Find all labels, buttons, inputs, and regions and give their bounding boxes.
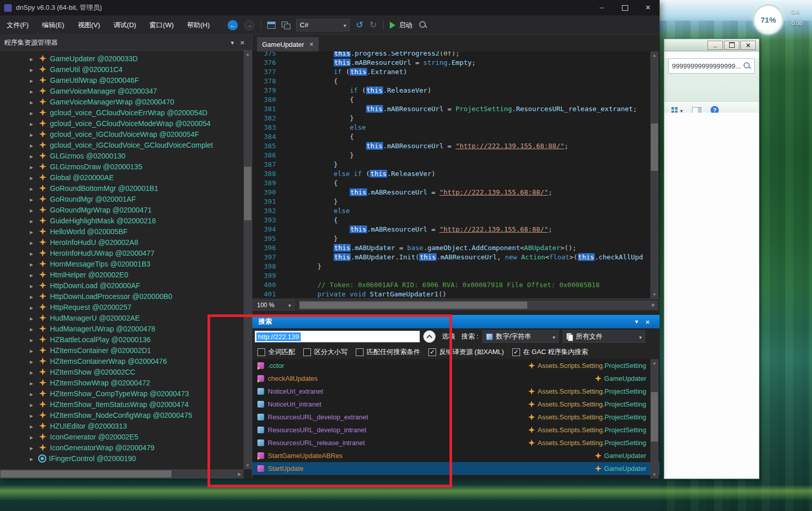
tree-item[interactable]: GameVoiceManager @02000347 [0, 85, 244, 96]
tree-item[interactable]: gcloud_voice_IGCloudVoiceWrap @0200054F [0, 129, 244, 139]
checkbox-checked-icon[interactable] [428, 348, 436, 356]
panel-close-icon[interactable] [642, 318, 653, 326]
code-line[interactable]: 384{ [252, 132, 650, 142]
tree-item[interactable]: GameUpdater @0200033D [0, 53, 244, 64]
search-result-row[interactable]: .cctorAssets.Scripts.Setting.ProjectSett… [252, 359, 660, 372]
code-line[interactable]: 396this.mABUpdater = base.gameObject.Add… [252, 243, 650, 253]
expander-icon[interactable] [30, 249, 36, 257]
tree-item[interactable]: HttpDownLoad @020000AF [0, 280, 244, 291]
expander-icon[interactable] [30, 271, 36, 278]
checkbox-icon[interactable] [303, 348, 311, 356]
expander-icon[interactable] [30, 217, 36, 224]
checkbox-icon[interactable] [257, 348, 265, 356]
menu-item-1[interactable]: 编辑(E) [36, 15, 71, 34]
maximize-icon[interactable] [613, 0, 636, 15]
expander-icon[interactable] [30, 433, 36, 440]
expander-icon[interactable] [30, 76, 36, 84]
tree-item[interactable]: HttpRequest @02000257 [0, 302, 244, 312]
code-line[interactable]: 392else [252, 206, 650, 216]
expander-icon[interactable] [30, 260, 36, 268]
tab-gameupdater[interactable]: GameUpdater [257, 37, 319, 51]
code-line[interactable]: 378{ [252, 77, 650, 86]
code-line[interactable]: 382} [252, 114, 650, 123]
code-line[interactable]: 383else [252, 123, 650, 132]
scroll-right-icon[interactable] [235, 469, 244, 479]
redo-icon[interactable] [370, 20, 377, 30]
window-icon[interactable] [267, 22, 275, 29]
tree-item[interactable]: HeroInfoHudUWrap @02000477 [0, 248, 244, 258]
checkbox-icon[interactable] [356, 348, 364, 356]
options-toggle-icon[interactable] [423, 330, 436, 343]
maximize-icon[interactable] [724, 41, 739, 50]
search-scope-select[interactable]: 所有文件 [563, 330, 645, 343]
search-panel-titlebar[interactable]: 搜索 [252, 315, 660, 328]
expander-icon[interactable] [30, 411, 36, 419]
tree-item[interactable]: HZItemShow_ItemStatusWrap @02000474 [0, 399, 244, 410]
search-option-checkbox[interactable]: 全词匹配 [257, 347, 295, 357]
code-line[interactable]: 388else if (this.ReleaseVer) [252, 169, 650, 179]
expander-icon[interactable] [30, 292, 36, 300]
expander-icon[interactable] [30, 444, 36, 451]
scroll-down-icon[interactable] [650, 291, 659, 298]
tree-item[interactable]: IFingerControl @02000190 [0, 453, 244, 464]
expander-icon[interactable] [30, 65, 36, 73]
expander-icon[interactable] [30, 184, 36, 192]
tree-item[interactable]: HZItemShowWrap @02000472 [0, 377, 244, 388]
explorer-titlebar[interactable] [664, 39, 759, 51]
scroll-down-icon[interactable] [650, 471, 659, 479]
tree-item[interactable]: GLGizmosDraw @02000135 [0, 161, 244, 172]
expander-icon[interactable] [30, 346, 36, 354]
navigate-back-icon[interactable] [228, 20, 238, 30]
tree-item[interactable]: HelloWorld @020005BF [0, 226, 244, 237]
layers-icon[interactable] [282, 22, 290, 29]
expander-icon[interactable] [30, 87, 36, 95]
editor-vertical-scrollbar[interactable] [650, 51, 659, 298]
tree-item[interactable]: HttpDownLoadProcessor @020000B0 [0, 291, 244, 302]
expander-icon[interactable] [30, 227, 36, 235]
tree-item[interactable]: GameUtil @020001C4 [0, 64, 244, 75]
menu-item-4[interactable]: 窗口(W) [143, 15, 180, 34]
tree-item[interactable]: GameUtilWrap @0200046F [0, 75, 244, 85]
expander-icon[interactable] [30, 109, 36, 116]
checkbox-checked-icon[interactable] [512, 348, 520, 356]
navigate-forward-icon[interactable] [244, 20, 254, 30]
tree-item[interactable]: HornMessageTips @020001B3 [0, 258, 244, 269]
panel-splitter[interactable] [252, 311, 660, 315]
tree-item[interactable]: GLGizmos @02000130 [0, 150, 244, 161]
panel-close-icon[interactable] [237, 38, 248, 47]
zoom-select[interactable]: 100 % [253, 300, 295, 310]
search-option-checkbox[interactable]: 反编译资源 (如XAML) [428, 347, 504, 357]
expander-icon[interactable] [30, 368, 36, 376]
code-line[interactable]: 376this.mABResourceUrl = string.Empty; [252, 58, 650, 67]
minimize-icon[interactable] [590, 0, 613, 15]
tree-item[interactable]: HudManagerU @020002AE [0, 312, 244, 323]
expander-icon[interactable] [30, 206, 36, 214]
code-line[interactable]: 399 [252, 271, 650, 280]
code-line[interactable]: 397this.mABUpdater.Init(this.mABResource… [252, 253, 650, 262]
expander-icon[interactable] [30, 238, 36, 246]
code-line[interactable]: 386} [252, 151, 650, 160]
scrollbar-thumb[interactable] [651, 392, 658, 442]
close-icon[interactable] [636, 0, 660, 15]
scroll-up-icon[interactable] [650, 51, 659, 59]
search-result-row[interactable]: ResourcesURL_develop_intranetAssets.Scri… [252, 424, 660, 436]
code-line[interactable]: 393{ [252, 216, 650, 225]
expander-icon[interactable] [30, 390, 36, 397]
expander-icon[interactable] [30, 281, 36, 289]
search-result-row[interactable]: ResourcesURL_release_intranetAssets.Scri… [252, 436, 660, 449]
expander-icon[interactable] [30, 314, 36, 322]
code-line[interactable]: 401private void StartGameUpdater1() [252, 290, 650, 298]
search-result-row[interactable]: StartGameUpdateABResGameUpdater [252, 449, 660, 462]
code-line[interactable]: 377if (this.Extranet) [252, 67, 650, 77]
code-line[interactable]: 390this.mABResourceUrl = "http://222.139… [252, 188, 650, 197]
search-result-row[interactable]: NoticeUrl_extranetAssets.Scripts.Setting… [252, 385, 660, 398]
tree-item[interactable]: gcloud_voice_GCloudVoiceErrWrap @0200054… [0, 107, 244, 118]
scroll-up-icon[interactable] [244, 50, 252, 58]
search-result-row[interactable]: StartUpdateGameUpdater [252, 462, 660, 475]
scrollbar-thumb[interactable] [651, 124, 658, 171]
tree-vertical-scrollbar[interactable] [244, 50, 252, 469]
explorer-search-input[interactable]: 99999999999999999... [668, 58, 755, 74]
tree-item[interactable]: HZItemShow_NodeConfigWrap @02000475 [0, 410, 244, 420]
search-option-checkbox[interactable]: 在 GAC 程序集内搜索 [512, 347, 588, 357]
scrollbar-thumb[interactable] [244, 167, 251, 220]
